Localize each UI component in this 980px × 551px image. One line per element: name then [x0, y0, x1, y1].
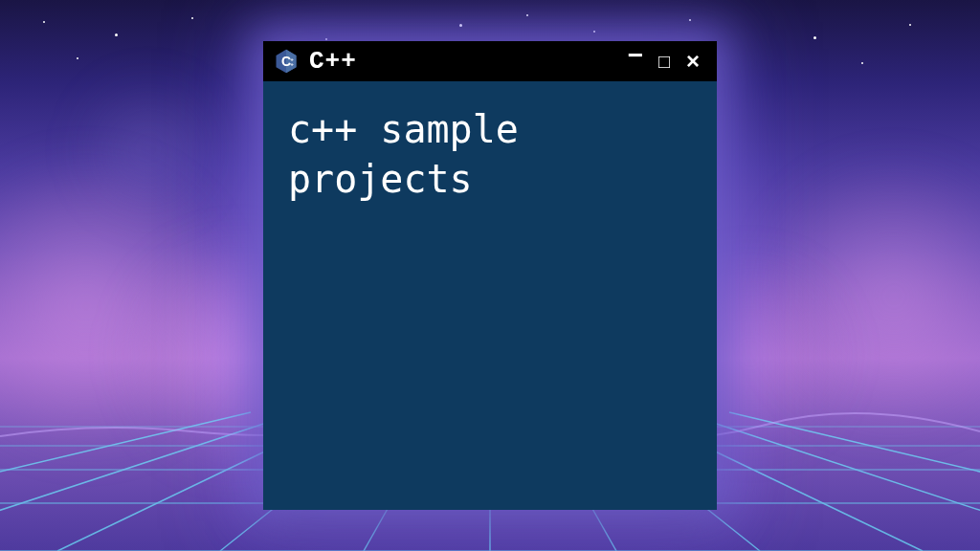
- terminal-text: c++ sample projects: [288, 104, 692, 204]
- window-controls: − □ ×: [621, 48, 707, 75]
- terminal-body[interactable]: c++ sample projects: [263, 81, 717, 510]
- svg-text:+: +: [290, 60, 294, 67]
- window-title: C++: [309, 47, 612, 76]
- close-button[interactable]: ×: [679, 50, 707, 73]
- maximize-button[interactable]: □: [650, 52, 679, 71]
- cpp-logo-icon: C + +: [273, 48, 300, 75]
- window-titlebar[interactable]: C + + C++ − □ ×: [263, 41, 717, 81]
- terminal-window: C + + C++ − □ × c++ sample projects: [263, 41, 717, 510]
- minimize-button[interactable]: −: [621, 42, 650, 69]
- svg-line-15: [729, 412, 980, 551]
- svg-line-12: [0, 412, 299, 551]
